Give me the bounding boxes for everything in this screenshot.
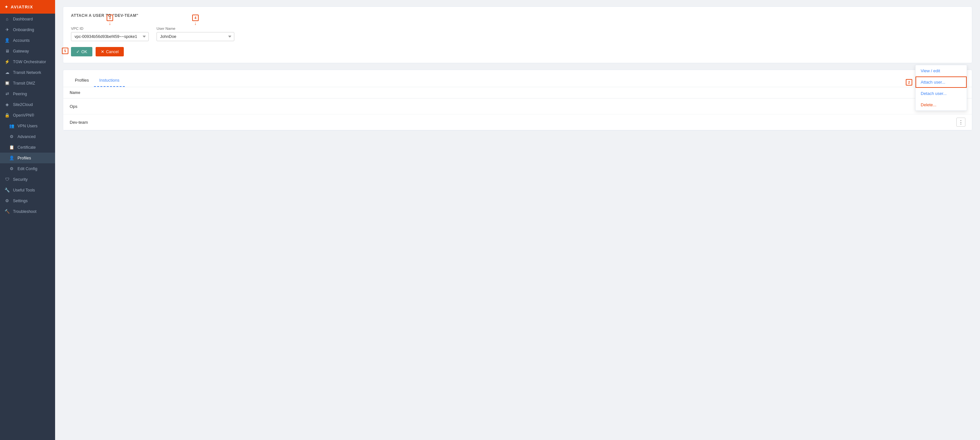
vpc-id-select[interactable]: vpc-00934b56d93bef459~~spoke1 (71, 32, 149, 41)
sidebar-item-advanced[interactable]: ⚙ Advanced (0, 131, 55, 142)
sidebar-item-openvpn[interactable]: 🔒 OpenVPN® (0, 110, 55, 121)
user-name-select[interactable]: JohnDoe (156, 32, 234, 41)
form-row: 3 ↓ VPC ID vpc-00934b56d93bef459~~spoke1… (71, 24, 964, 41)
sidebar-item-gateway[interactable]: 🖥 Gateway (0, 46, 55, 56)
menu-item-view-edit[interactable]: View / edit (915, 65, 967, 76)
profiles-table: Name Ops ⋮ Dev-team ⋮ (63, 87, 972, 130)
table-row-devteam: Dev-team ⋮ (63, 114, 972, 130)
accounts-icon: 👤 (5, 38, 10, 43)
profiles-header: Profiles Instuctions ↻ + Add new (63, 70, 972, 87)
kebab-button-devteam[interactable]: ⋮ (956, 118, 966, 127)
onboarding-icon: ✈ (5, 27, 10, 32)
sidebar-item-useful-tools[interactable]: 🔧 Useful Tools (0, 185, 55, 195)
dashboard-icon: ⌂ (5, 16, 10, 21)
useful-tools-icon: 🔧 (5, 187, 10, 192)
attach-modal-title: ATTACH A USER TO "DEV-TEAM" (71, 13, 964, 18)
menu-item-detach-user[interactable]: Detach user... (915, 88, 967, 99)
tab-instructions[interactable]: Instuctions (94, 75, 124, 87)
sidebar-item-settings[interactable]: ⚙ Settings (0, 195, 55, 206)
table-row: Ops ⋮ (63, 98, 972, 114)
profiles-icon: 👤 (9, 156, 14, 160)
sidebar-item-troubleshoot[interactable]: 🔨 Troubleshoot (0, 206, 55, 217)
vpc-id-label: VPC ID (71, 27, 149, 30)
main-content: ATTACH A USER TO "DEV-TEAM" 3 ↓ VPC ID v… (55, 0, 980, 440)
annotation-5: 5 (62, 48, 68, 54)
row-name-devteam: Dev-team (70, 120, 88, 125)
menu-item-attach-user[interactable]: 2 Attach user... (915, 76, 967, 88)
row-actions-devteam: ⋮ (956, 118, 966, 127)
sidebar-item-onboarding[interactable]: ✈ Onboarding (0, 24, 55, 35)
sidebar-item-certificate[interactable]: 📋 Certificate 1 (0, 142, 55, 152)
sidebar-item-transit-network[interactable]: ☁ Transit Network (0, 67, 55, 78)
edit-config-icon: ⚙ (9, 166, 14, 171)
modal-buttons: 5 ✓ OK ✕ Cancel (71, 47, 964, 56)
tab-profiles[interactable]: Profiles (70, 75, 94, 87)
troubleshoot-icon: 🔨 (5, 209, 10, 214)
sidebar-item-accounts[interactable]: 👤 Accounts (0, 35, 55, 46)
arrow-4: ↓ (194, 21, 197, 25)
settings-icon: ⚙ (5, 198, 10, 203)
advanced-icon: ⚙ (9, 134, 14, 139)
transit-dmz-icon: 🔲 (5, 81, 10, 86)
sidebar-item-edit-config[interactable]: ⚙ Edit Config (0, 163, 55, 174)
transit-network-icon: ☁ (5, 70, 10, 75)
logo-text: aviatrix (11, 5, 33, 10)
ok-button[interactable]: ✓ OK (71, 47, 92, 56)
attach-user-card: ATTACH A USER TO "DEV-TEAM" 3 ↓ VPC ID v… (63, 6, 972, 63)
annotation-4: 4 (192, 14, 199, 21)
row-name-ops: Ops (70, 104, 78, 109)
security-icon: 🛡 (5, 177, 10, 182)
sidebar-item-peering[interactable]: ⇄ Peering (0, 89, 55, 99)
context-menu: View / edit 2 Attach user... Detach user… (915, 65, 967, 111)
peering-icon: ⇄ (5, 91, 10, 96)
annotation-2: 2 (906, 79, 912, 86)
logo-icon: ✦ (5, 5, 8, 10)
gateway-icon: 🖥 (5, 49, 10, 54)
site2cloud-icon: ◈ (5, 102, 10, 107)
cancel-button[interactable]: ✕ Cancel (95, 47, 124, 56)
vpc-id-group: 3 ↓ VPC ID vpc-00934b56d93bef459~~spoke1 (71, 24, 149, 41)
x-icon: ✕ (101, 49, 104, 54)
sidebar: ✦ aviatrix ⌂ Dashboard ✈ Onboarding 👤 Ac… (0, 0, 55, 440)
tgw-icon: ⚡ (5, 59, 10, 64)
menu-item-delete[interactable]: Delete... (915, 99, 967, 111)
arrow-3: ↓ (109, 21, 111, 25)
sidebar-item-vpn-users[interactable]: 👥 VPN Users (0, 121, 55, 131)
user-name-label: User Name (156, 27, 234, 30)
annotation-3: 3 (107, 14, 113, 21)
table-header: Name (63, 87, 972, 98)
vpn-users-icon: 👥 (9, 124, 14, 128)
user-name-group: 4 ↓ User Name JohnDoe (156, 24, 234, 41)
openvpn-icon: 🔒 (5, 113, 10, 118)
profiles-tabs: Profiles Instuctions (70, 75, 125, 87)
sidebar-item-profiles[interactable]: 👤 Profiles (0, 152, 55, 163)
certificate-icon: 📋 (9, 145, 14, 150)
sidebar-item-security[interactable]: 🛡 Security (0, 174, 55, 185)
check-icon: ✓ (76, 49, 80, 54)
sidebar-item-dashboard[interactable]: ⌂ Dashboard (0, 14, 55, 24)
sidebar-item-site2cloud[interactable]: ◈ Site2Cloud (0, 99, 55, 110)
sidebar-item-tgw-orchestrator[interactable]: ⚡ TGW Orchestrator (0, 56, 55, 67)
sidebar-item-transit-dmz[interactable]: 🔲 Transit DMZ (0, 78, 55, 89)
profiles-card: Profiles Instuctions ↻ + Add new Name Op… (63, 70, 972, 130)
sidebar-logo: ✦ aviatrix (0, 0, 55, 14)
